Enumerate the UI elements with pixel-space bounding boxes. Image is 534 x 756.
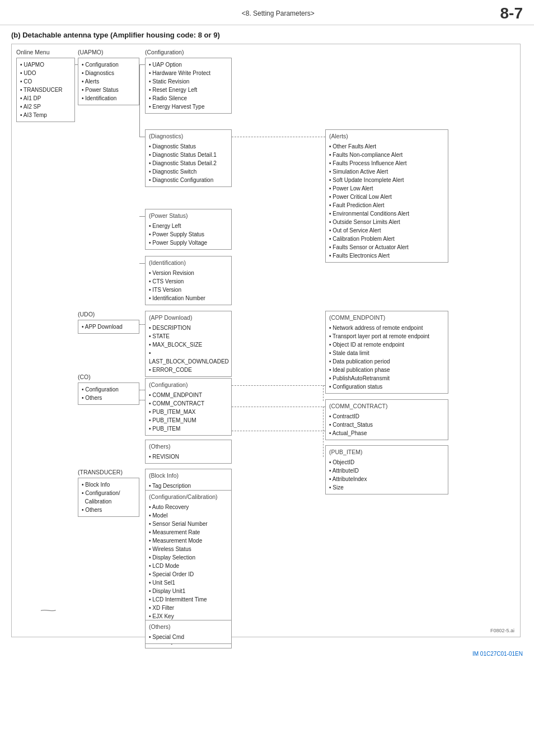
header-center: <8. Setting Parameters> xyxy=(242,10,315,17)
block-info-items: • Tag Description xyxy=(149,482,228,490)
online-menu-box: • UAPMO• UDO• CO• TRANSDUCER• AI1 DP• AI… xyxy=(16,58,75,122)
uapmo-box: • Configuration• Diagnostics• Alerts• Po… xyxy=(78,58,139,105)
transducer-box: • Block Info• Configuration/ Calibration… xyxy=(78,478,139,517)
decorative-wave: ~ xyxy=(39,605,57,617)
power-status-box: (Power Status) • Energy Left• Power Supp… xyxy=(145,209,232,250)
line-to-diag xyxy=(139,137,145,137)
online-menu-items: • UAPMO• UDO• CO• TRANSDUCER• AI1 DP• AI… xyxy=(20,60,71,119)
diagram-area: Online Menu (UAPMO) (Configuration) • UA… xyxy=(0,44,534,648)
transducer-others-items: • Special Cmd xyxy=(149,633,228,641)
identification-box: (Identification) • Version Revision• CTS… xyxy=(145,256,232,305)
diagram-container: Online Menu (UAPMO) (Configuration) • UA… xyxy=(11,44,521,637)
pub-item-title: (PUB_ITEM) xyxy=(329,448,444,457)
app-download-box: (APP Download) • DESCRIPTION• STATE• MAX… xyxy=(145,311,232,377)
comm-endpoint-items: • Network address of remote endpoint• Tr… xyxy=(329,324,444,391)
pub-item-items: • ObjectID• AttributeID• AttributeIndex•… xyxy=(329,458,444,492)
co-items: • Configuration• Others xyxy=(82,385,135,402)
comm-endpoint-box: (COMM_ENDPOINT) • Network address of rem… xyxy=(325,311,448,394)
line-to-ident xyxy=(139,263,145,264)
page-number: 8-7 xyxy=(500,4,523,22)
dashed-co-endpoint xyxy=(232,385,325,386)
diagnostics-items: • Diagnostic Status• Diagnostic Status D… xyxy=(149,142,228,184)
block-info-box: (Block Info) • Tag Description xyxy=(145,469,232,493)
online-menu-header: Online Menu xyxy=(16,49,50,55)
alerts-title: (Alerts) xyxy=(329,132,444,141)
power-status-title: (Power Status) xyxy=(149,212,228,221)
dashed-v-contract xyxy=(323,407,324,457)
footer-file: F0802-5.ai xyxy=(490,628,514,633)
line-co-others xyxy=(139,400,145,400)
comm-contract-title: (COMM_CONTRACT) xyxy=(329,402,444,411)
others-revision-items: • REVISION xyxy=(149,452,228,461)
identification-title: (Identification) xyxy=(149,259,228,268)
co-config-title: (Configuration) xyxy=(149,381,228,390)
udo-box: • APP Download xyxy=(78,320,139,334)
dashed-co-contract xyxy=(232,407,325,407)
uapmo-header: (UAPMO) xyxy=(78,49,104,55)
transducer-items: • Block Info• Configuration/ Calibration… xyxy=(82,480,135,514)
comm-contract-items: • ContractID• Contract_Status• Actual_Ph… xyxy=(329,412,444,437)
co-box: • Configuration• Others xyxy=(78,382,139,405)
others-revision-title: (Others) xyxy=(149,442,228,451)
others-revision-box: (Others) • REVISION xyxy=(145,440,232,464)
line-co-config xyxy=(139,390,145,390)
dashed-to-alerts xyxy=(232,137,325,137)
dashed-co-pubitem xyxy=(232,431,325,431)
page-header: <8. Setting Parameters> 8-7 xyxy=(0,0,534,25)
udo-header: (UDO) xyxy=(78,311,95,318)
app-download-items: • DESCRIPTION• STATE• MAX_BLOCK_SIZE• LA… xyxy=(149,324,228,374)
transducer-others-title: (Others) xyxy=(149,623,228,632)
co-config-box: (Configuration) • COMM_ENDPOINT• COMM_CO… xyxy=(145,378,232,436)
pub-item-box: (PUB_ITEM) • ObjectID• AttributeID• Attr… xyxy=(325,445,448,494)
alerts-box: (Alerts) • Other Faults Alert• Faults No… xyxy=(325,129,448,263)
diagnostics-box: (Diagnostics) • Diagnostic Status• Diagn… xyxy=(145,129,232,187)
co-config-items: • COMM_ENDPOINT• COMM_CONTRACT• PUB_ITEM… xyxy=(149,391,228,433)
comm-contract-box: (COMM_CONTRACT) • ContractID• Contract_S… xyxy=(325,399,448,440)
identification-items: • Version Revision• CTS Version• ITS Ver… xyxy=(149,269,228,302)
diagnostics-title: (Diagnostics) xyxy=(149,132,228,141)
config-box: • UAP Option• Hardware Write Protect• St… xyxy=(145,58,232,114)
transducer-others-box: (Others) • Special Cmd xyxy=(145,620,232,644)
uapmo-items: • Configuration• Diagnostics• Alerts• Po… xyxy=(82,60,135,102)
config-items: • UAP Option• Hardware Write Protect• St… xyxy=(149,60,228,111)
co-header: (CO) xyxy=(78,374,91,380)
dashed-v-endpoint xyxy=(323,385,324,401)
transducer-header: (TRANSDUCER) xyxy=(78,469,123,475)
app-download-title: (APP Download) xyxy=(149,314,228,323)
line-to-power xyxy=(139,216,145,217)
configuration-header: (Configuration) xyxy=(145,49,184,55)
line-om-uapmo xyxy=(75,64,78,65)
udo-items: • APP Download xyxy=(82,323,135,331)
line-to-config xyxy=(139,64,145,65)
alerts-items: • Other Faults Alert• Faults Non-complia… xyxy=(329,142,444,260)
section-title: (b) Detachable antenna type (Amplifier h… xyxy=(0,25,534,44)
config-calibration-title: (Configuration/Calibration) xyxy=(149,493,228,502)
power-status-items: • Energy Left• Power Supply Status• Powe… xyxy=(149,222,228,247)
doc-ref: IM 01C27C01-01EN xyxy=(0,648,534,659)
line-udo-app xyxy=(139,324,145,325)
comm-endpoint-title: (COMM_ENDPOINT) xyxy=(329,314,444,323)
line-uapmo-v xyxy=(139,64,140,137)
block-info-title: (Block Info) xyxy=(149,472,228,480)
